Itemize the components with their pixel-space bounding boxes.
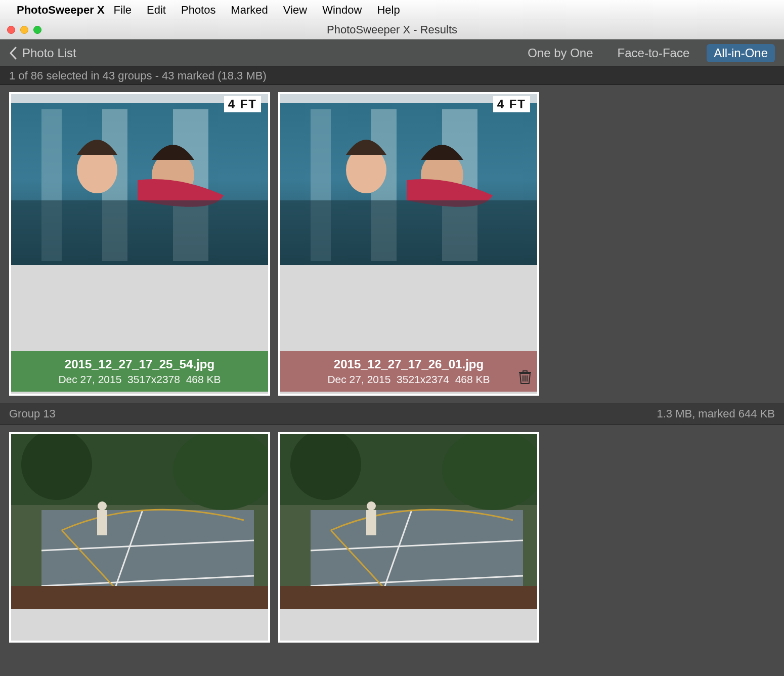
traffic-lights	[7, 26, 41, 34]
photo-thumbnail	[11, 434, 268, 609]
card-spacer	[11, 265, 268, 351]
photo-info-marked: 2015_12_27_17_26_01.jpg Dec 27, 2015 352…	[280, 351, 537, 392]
menu-help[interactable]: Help	[377, 4, 400, 17]
group-name: Group 13	[9, 407, 56, 420]
toolbar: Photo List One by One Face-to-Face All-i…	[0, 39, 784, 67]
photo-filename: 2015_12_27_17_25_54.jpg	[65, 357, 214, 371]
pool-depth-sign: 4 FT	[224, 96, 261, 112]
photo-card[interactable]	[9, 432, 270, 643]
window-title: PhotoSweeper X - Results	[327, 23, 457, 36]
window-minimize-button[interactable]	[20, 26, 28, 34]
svg-rect-7	[11, 200, 268, 265]
window-close-button[interactable]	[7, 26, 15, 34]
card-spacer	[11, 609, 268, 641]
photo-meta: Dec 27, 2015 3521x2374 468 KB	[327, 373, 490, 386]
svg-point-25	[98, 501, 107, 511]
menu-edit[interactable]: Edit	[147, 4, 166, 17]
group-summary: 1.3 MB, marked 644 KB	[657, 407, 775, 420]
photo-filename: 2015_12_27_17_26_01.jpg	[334, 357, 484, 371]
svg-rect-20	[41, 510, 254, 596]
svg-rect-15	[280, 200, 537, 265]
photo-meta: Dec 27, 2015 3517x2378 468 KB	[58, 373, 221, 386]
tab-face-to-face[interactable]: Face-to-Face	[611, 44, 697, 62]
photo-card[interactable]: 4 FT 2015_12_27_17_26_01.jpg Dec 27, 201…	[278, 92, 539, 396]
photo-thumbnail: 4 FT	[280, 94, 537, 265]
menu-marked[interactable]: Marked	[231, 4, 268, 17]
photo-thumbnail: 4 FT	[11, 94, 268, 265]
card-spacer	[280, 265, 537, 351]
tab-all-in-one[interactable]: All-in-One	[707, 44, 775, 62]
menu-file[interactable]: File	[114, 4, 132, 17]
photo-info-keep: 2015_12_27_17_25_54.jpg Dec 27, 2015 351…	[11, 351, 268, 392]
menu-photos[interactable]: Photos	[181, 4, 216, 17]
pool-depth-sign: 4 FT	[493, 96, 530, 112]
back-label: Photo List	[22, 46, 76, 60]
svg-rect-31	[311, 510, 523, 596]
menu-app-name[interactable]: PhotoSweeper X	[17, 4, 105, 17]
window-title-bar: PhotoSweeper X - Results	[0, 20, 784, 39]
svg-rect-24	[97, 510, 107, 535]
svg-point-36	[367, 501, 376, 511]
photo-card[interactable]	[278, 432, 539, 643]
svg-rect-26	[11, 586, 268, 609]
results-content: 4 FT 2015_12_27_17_25_54.jpg Dec 27, 201…	[0, 85, 784, 676]
svg-rect-37	[280, 586, 537, 609]
group-header: Group 13 1.3 MB, marked 644 KB	[0, 403, 784, 425]
photo-card[interactable]: 4 FT 2015_12_27_17_25_54.jpg Dec 27, 201…	[9, 92, 270, 396]
chevron-left-icon	[9, 47, 17, 60]
tab-one-by-one[interactable]: One by One	[520, 44, 600, 62]
back-button[interactable]: Photo List	[9, 46, 76, 60]
macos-menu-bar: PhotoSweeper X File Edit Photos Marked V…	[0, 0, 784, 20]
photo-thumbnail	[280, 434, 537, 609]
menu-window[interactable]: Window	[322, 4, 362, 17]
selection-status: 1 of 86 selected in 43 groups - 43 marke…	[0, 67, 784, 85]
view-mode-tabs: One by One Face-to-Face All-in-One	[520, 44, 775, 62]
menu-view[interactable]: View	[283, 4, 307, 17]
group-row	[0, 425, 784, 650]
card-spacer	[280, 609, 537, 641]
group-row: 4 FT 2015_12_27_17_25_54.jpg Dec 27, 201…	[0, 85, 784, 403]
window-maximize-button[interactable]	[33, 26, 41, 34]
svg-rect-35	[366, 510, 376, 535]
trash-icon[interactable]	[518, 369, 532, 387]
